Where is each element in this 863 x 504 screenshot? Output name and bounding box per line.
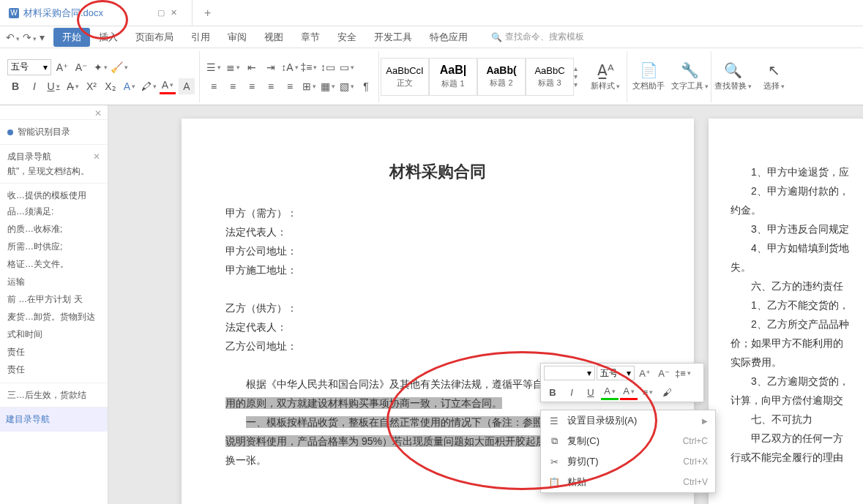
font-color-button[interactable]: A: [160, 78, 176, 94]
align-right-button[interactable]: ≡: [244, 78, 260, 94]
outline-item[interactable]: 麦货…卸货。货物到达: [7, 308, 100, 326]
decrease-indent-button[interactable]: ⇤: [244, 59, 260, 75]
outline-item[interactable]: 品…须满足:: [7, 203, 100, 220]
new-style-button[interactable]: A̲ᴬ新样式: [586, 51, 625, 102]
command-search[interactable]: 🔍 查找命令、搜索模板: [491, 31, 584, 43]
superscript-button[interactable]: X²: [83, 78, 100, 94]
font-size-select[interactable]: 五号▾: [7, 59, 51, 75]
doc-line: 法定代表人：: [225, 317, 650, 336]
highlight-button[interactable]: 🖍: [141, 78, 157, 94]
menu-review[interactable]: 审阅: [219, 28, 255, 47]
qat-more-icon[interactable]: ▾: [40, 31, 45, 43]
tabs-button[interactable]: ⊞: [301, 78, 317, 94]
find-replace-button[interactable]: 🔍查找替换: [713, 51, 752, 102]
style-heading3[interactable]: AaBbC标题 3: [526, 58, 574, 96]
menu-security[interactable]: 安全: [329, 28, 365, 47]
change-case-button[interactable]: ✦: [92, 59, 108, 75]
outline-item[interactable]: 格证…关文件。: [7, 255, 100, 273]
shrink-font-button[interactable]: A⁻: [73, 59, 89, 75]
align-left-button[interactable]: ≡: [206, 78, 222, 94]
scissors-icon: ✂: [548, 456, 560, 467]
menu-devtools[interactable]: 开发工具: [365, 28, 421, 47]
bold-button[interactable]: B: [7, 78, 23, 94]
text-direction-button[interactable]: ↕A: [282, 59, 298, 75]
increase-indent-button[interactable]: ⇥: [263, 59, 279, 75]
sidebar-collapse-icon[interactable]: ✕: [94, 108, 102, 119]
bullets-button[interactable]: ☰: [206, 59, 222, 75]
mini-linespace[interactable]: ‡≡: [674, 365, 692, 381]
new-tab-button[interactable]: +: [193, 7, 223, 20]
outline-item[interactable]: 所需…时供应;: [7, 238, 100, 255]
text-tool-button[interactable]: 🔧文字工具: [670, 51, 709, 102]
numbering-button[interactable]: ≣: [225, 59, 241, 75]
ctx-cut[interactable]: ✂ 剪切(T) Ctrl+X: [541, 451, 715, 472]
menu-chapter[interactable]: 章节: [292, 28, 329, 47]
mini-align[interactable]: ≡: [639, 384, 657, 400]
clear-format-button[interactable]: 🧹: [111, 59, 127, 75]
shading-button[interactable]: ▧: [339, 78, 355, 94]
text-effect-button[interactable]: A: [122, 78, 138, 94]
tab-close-icon[interactable]: ✕: [171, 8, 177, 18]
grow-font-button[interactable]: A⁺: [54, 59, 70, 75]
underline-button[interactable]: U: [45, 78, 61, 94]
menu-layout[interactable]: 页面布局: [127, 28, 182, 47]
mini-format-painter[interactable]: 🖌: [658, 384, 676, 400]
outline-item[interactable]: 责任: [7, 343, 100, 361]
outline-item[interactable]: 的质…收标准;: [7, 220, 100, 238]
outline-item[interactable]: 前 …在甲方计划 天: [7, 290, 100, 308]
outline-item[interactable]: 三…后生效，货款结: [0, 383, 108, 407]
menu-insert[interactable]: 插入: [90, 28, 127, 47]
build-toc-button[interactable]: 建目录导航: [0, 407, 108, 432]
align-center-button[interactable]: ≡: [225, 78, 241, 94]
strike-button[interactable]: A̶: [64, 78, 81, 94]
mini-bold[interactable]: B: [544, 384, 561, 400]
menu-reference[interactable]: 引用: [182, 28, 219, 47]
ctx-set-toc-level[interactable]: ☰ 设置目录级别(A) ▶: [541, 410, 715, 431]
styles-scroll[interactable]: ▴▾▾: [574, 64, 584, 89]
outline-item[interactable]: 责任: [7, 361, 100, 378]
outline-item[interactable]: 式和时间: [7, 326, 100, 343]
style-heading2[interactable]: AaBb(标题 2: [477, 58, 526, 96]
select-button[interactable]: ↖选择: [754, 51, 793, 102]
line-spacing-button[interactable]: ‡≡: [301, 59, 317, 75]
document-canvas[interactable]: 材料采购合同 甲方（需方）： 法定代表人： 甲方公司地址： 甲方施工地址： 乙方…: [108, 105, 863, 504]
menu-special[interactable]: 特色应用: [421, 28, 477, 47]
tab-float-icon[interactable]: ▢: [157, 8, 165, 18]
doc-assist-button[interactable]: 📄文档助手: [629, 51, 668, 102]
doc-line: 乙方公司地址：: [225, 336, 650, 356]
sidebar-item[interactable]: 收…提供的模板使用: [7, 188, 100, 203]
ctx-paste[interactable]: 📋 粘贴 Ctrl+V: [541, 472, 715, 492]
style-heading1[interactable]: AaB|标题 1: [429, 58, 477, 96]
italic-button[interactable]: I: [26, 78, 42, 94]
mini-fontcolor[interactable]: A: [620, 384, 638, 400]
borders-button[interactable]: ▦: [320, 78, 336, 94]
mini-grow-font[interactable]: A⁺: [636, 365, 654, 381]
sidebar-header[interactable]: 智能识别目录: [0, 120, 108, 145]
ctx-copy[interactable]: ⧉ 复制(C) Ctrl+C: [541, 431, 715, 451]
show-marks-button[interactable]: ¶: [358, 78, 374, 94]
mini-italic[interactable]: I: [563, 384, 580, 400]
ai-dot-icon: [7, 129, 13, 135]
list-icon: ☰: [548, 415, 560, 426]
mini-highlight[interactable]: A: [601, 384, 619, 400]
redo-button[interactable]: ↷: [23, 31, 37, 43]
document-tab[interactable]: W 材料采购合同.docx ▢ ✕: [0, 0, 193, 26]
tight-spacing-button[interactable]: ↕▭: [320, 59, 336, 75]
menu-view[interactable]: 视图: [255, 28, 292, 47]
char-shading-button[interactable]: A: [179, 78, 195, 94]
mini-font-select[interactable]: ▾: [544, 366, 595, 380]
justify-button[interactable]: ≡: [263, 78, 279, 94]
undo-button[interactable]: ↶: [6, 31, 20, 43]
distribute-button[interactable]: ≡: [282, 78, 298, 94]
loose-spacing-button[interactable]: ▭: [339, 59, 355, 75]
section-close-icon[interactable]: ✕: [93, 149, 100, 164]
styles-gallery: AaBbCcI正文 AaB|标题 1 AaBb(标题 2 AaBbC标题 3 ▴…: [381, 51, 584, 102]
subscript-button[interactable]: X₂: [102, 78, 119, 94]
mini-size-select[interactable]: 五号▾: [597, 366, 635, 380]
mini-underline[interactable]: U: [582, 384, 599, 400]
outline-item[interactable]: 运输: [7, 273, 100, 290]
style-normal[interactable]: AaBbCcI正文: [381, 58, 429, 96]
menu-start[interactable]: 开始: [53, 28, 90, 47]
mini-shrink-font[interactable]: A⁻: [655, 365, 673, 381]
doc-line: 甲方（需方）：: [225, 203, 650, 222]
